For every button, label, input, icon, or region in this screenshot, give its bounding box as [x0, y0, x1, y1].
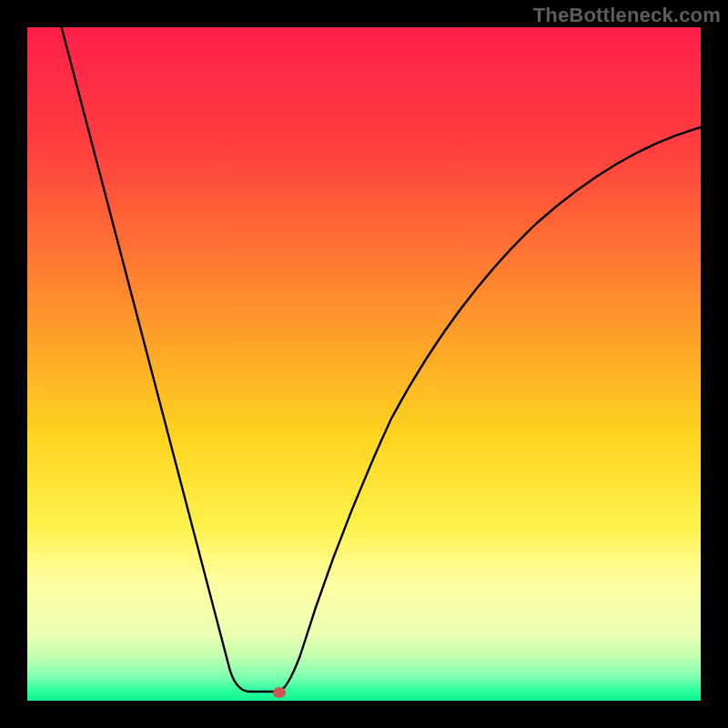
watermark-text: TheBottleneck.com — [533, 4, 721, 27]
optimal-point-marker — [273, 687, 286, 698]
bottleneck-curve — [59, 27, 701, 692]
plot-area — [27, 27, 701, 701]
chart-frame: TheBottleneck.com — [0, 0, 728, 728]
curve-layer — [27, 27, 701, 701]
